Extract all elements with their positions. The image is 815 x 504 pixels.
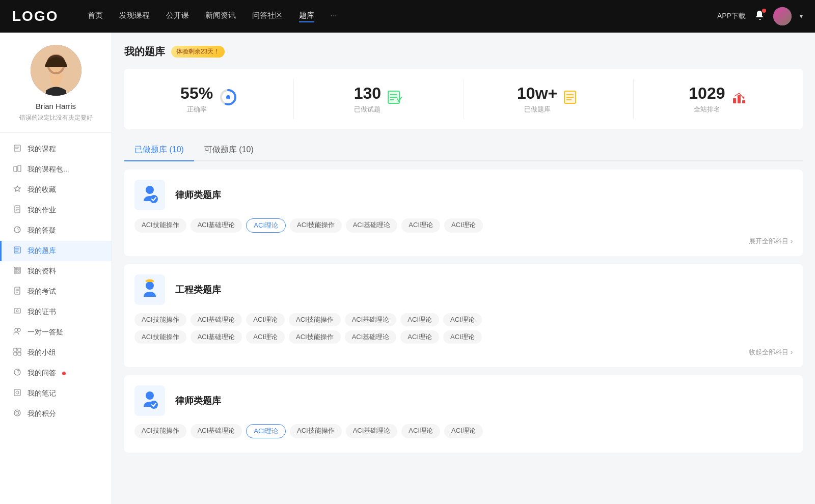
tag-eng-r1-5[interactable]: ACI理论	[400, 313, 439, 326]
sidebar-item-one-on-one[interactable]: 一对一答疑	[0, 322, 112, 343]
page-title: 我的题库	[124, 45, 165, 59]
my-points-icon	[12, 409, 22, 419]
sidebar-item-my-questions[interactable]: ? 我的答疑	[0, 220, 112, 241]
collapse-engineer[interactable]: 收起全部科目 ›	[134, 348, 793, 357]
my-courses-icon	[12, 144, 22, 154]
stat-done-banks: 10w+ 已做题库	[464, 79, 634, 119]
tag-lawyer2-3[interactable]: ACI技能操作	[290, 424, 342, 438]
nav-open-course[interactable]: 公开课	[166, 11, 189, 22]
notification-dot	[762, 9, 766, 13]
user-avatar[interactable]	[773, 7, 792, 25]
user-menu-chevron[interactable]: ▾	[800, 13, 803, 20]
tag-eng-r1-0[interactable]: ACI技能操作	[134, 313, 186, 326]
sidebar-item-my-exams[interactable]: 我的考试	[0, 282, 112, 302]
svg-rect-35	[14, 352, 17, 355]
done-banks-icon	[563, 89, 580, 109]
sidebar-item-my-certificates[interactable]: 我的证书	[0, 302, 112, 322]
tag-eng-r1-2[interactable]: ACI理论	[246, 313, 285, 326]
tag-eng-r1-1[interactable]: ACI基础理论	[191, 313, 242, 326]
tag-lawyer2-0[interactable]: ACI技能操作	[134, 424, 186, 438]
nav-more[interactable]: ···	[331, 11, 337, 22]
sidebar-item-my-course-packages[interactable]: 我的课程包...	[0, 159, 112, 180]
my-certificates-icon	[12, 307, 22, 317]
sidebar-item-my-qbank[interactable]: 我的题库	[0, 241, 112, 261]
tag-lawyer2-4[interactable]: ACI基础理论	[346, 424, 398, 438]
app-download-button[interactable]: APP下载	[717, 12, 746, 21]
qbank-header-lawyer-1: 律师类题库	[134, 180, 793, 210]
sidebar-item-my-notes[interactable]: 我的笔记	[0, 383, 112, 404]
svg-rect-33	[14, 348, 17, 351]
stat-accuracy: 55% 正确率	[124, 79, 294, 119]
main-content: 我的题库 体验剩余23天！ 55% 正确率	[112, 33, 815, 504]
sidebar-item-my-answers[interactable]: ? 我的问答	[0, 363, 112, 383]
sidebar-item-my-favorites[interactable]: 我的收藏	[0, 180, 112, 200]
accuracy-value: 55%	[180, 84, 213, 103]
sidebar-label-my-qbank: 我的题库	[28, 246, 56, 256]
sidebar-item-my-homework[interactable]: 我的作业	[0, 200, 112, 220]
qbank-lawyer-1: 律师类题库 ACI技能操作 ACI基础理论 ACI理论 ACI技能操作 ACI基…	[124, 170, 803, 256]
svg-rect-29	[14, 309, 20, 313]
svg-rect-34	[18, 348, 21, 351]
tag-lawyer1-5[interactable]: ACI理论	[401, 218, 440, 233]
sidebar-label-my-course-packages: 我的课程包...	[28, 165, 69, 174]
tag-eng-r1-6[interactable]: ACI理论	[443, 313, 482, 326]
user-name: Brian Harris	[8, 102, 103, 110]
svg-point-42	[16, 411, 19, 414]
tag-lawyer1-4[interactable]: ACI基础理论	[346, 218, 398, 233]
sidebar-item-my-materials[interactable]: 我的资料	[0, 261, 112, 282]
accuracy-icon	[219, 88, 237, 110]
svg-rect-36	[18, 352, 21, 355]
sidebar-item-my-points[interactable]: 我的积分	[0, 404, 112, 424]
tag-eng-r2-1[interactable]: ACI基础理论	[191, 330, 242, 344]
tag-lawyer1-0[interactable]: ACI技能操作	[134, 218, 186, 233]
sidebar-label-one-on-one: 一对一答疑	[28, 328, 63, 337]
svg-point-62	[146, 282, 154, 290]
qbank-icon-lawyer-1	[134, 180, 165, 210]
tag-lawyer1-2[interactable]: ACI理论	[246, 218, 286, 233]
tag-lawyer2-5[interactable]: ACI理论	[401, 424, 440, 438]
sidebar-label-my-courses: 我的课程	[28, 145, 56, 154]
expand-lawyer-1[interactable]: 展开全部科目 ›	[134, 237, 793, 246]
nav-qa[interactable]: 问答社区	[252, 11, 283, 22]
my-homework-icon	[12, 205, 22, 215]
tag-lawyer2-2[interactable]: ACI理论	[246, 424, 286, 438]
tag-eng-r2-0[interactable]: ACI技能操作	[134, 330, 186, 344]
svg-rect-57	[738, 95, 741, 103]
nav-news[interactable]: 新闻资讯	[205, 11, 236, 22]
nav-home[interactable]: 首页	[88, 11, 103, 22]
notification-bell[interactable]	[754, 10, 765, 23]
sidebar-item-my-courses[interactable]: 我的课程	[0, 139, 112, 159]
svg-point-64	[146, 391, 154, 400]
nav-qbank[interactable]: 题库	[299, 11, 314, 22]
tag-lawyer1-3[interactable]: ACI技能操作	[290, 218, 342, 233]
sidebar-label-my-groups: 我的小组	[28, 348, 56, 357]
qbank-icon-engineer	[134, 274, 165, 305]
sidebar-label-my-notes: 我的笔记	[28, 389, 56, 398]
stats-row: 55% 正确率 130 已做试题	[124, 69, 803, 129]
nav-discover[interactable]: 发现课程	[119, 11, 150, 22]
tag-eng-r1-4[interactable]: ACI基础理论	[345, 313, 397, 326]
tab-available-banks[interactable]: 可做题库 (10)	[194, 139, 264, 160]
tag-eng-r2-4[interactable]: ACI基础理论	[345, 330, 397, 344]
svg-point-30	[16, 310, 18, 312]
tag-lawyer1-6[interactable]: ACI理论	[444, 218, 483, 233]
sidebar-item-my-groups[interactable]: 我的小组	[0, 343, 112, 363]
tag-eng-r2-5[interactable]: ACI理论	[400, 330, 439, 344]
tags-row-engineer-2: ACI技能操作 ACI基础理论 ACI理论 ACI技能操作 ACI基础理论 AC…	[134, 330, 793, 344]
qbank-icon-lawyer-2	[134, 385, 165, 416]
svg-rect-23	[15, 271, 17, 272]
tag-eng-r2-6[interactable]: ACI理论	[443, 330, 482, 344]
tag-lawyer1-1[interactable]: ACI基础理论	[191, 218, 242, 233]
tag-eng-r2-2[interactable]: ACI理论	[246, 330, 285, 344]
tab-done-banks[interactable]: 已做题库 (10)	[124, 139, 194, 160]
avatar	[31, 45, 82, 96]
tag-eng-r2-3[interactable]: ACI技能操作	[289, 330, 341, 344]
qbank-lawyer-2: 律师类题库 ACI技能操作 ACI基础理论 ACI理论 ACI技能操作 ACI基…	[124, 375, 803, 453]
nav-links: 首页 发现课程 公开课 新闻资讯 问答社区 题库 ···	[88, 11, 717, 22]
tag-lawyer2-1[interactable]: ACI基础理论	[191, 424, 242, 438]
page-header: 我的题库 体验剩余23天！	[124, 45, 803, 59]
svg-point-65	[150, 401, 158, 409]
tag-lawyer2-6[interactable]: ACI理论	[444, 424, 483, 438]
tag-eng-r1-3[interactable]: ACI技能操作	[289, 313, 341, 326]
answer-notification-dot	[62, 372, 66, 375]
